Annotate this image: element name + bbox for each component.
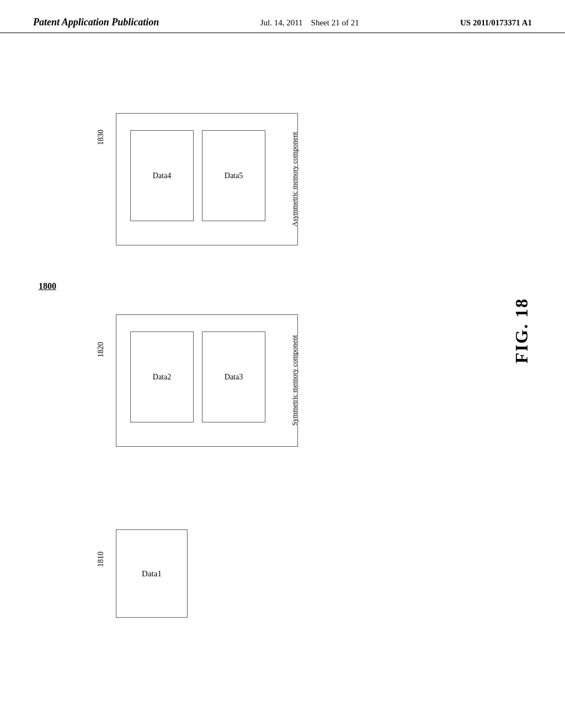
symmetric-component-label: Symmetric memory component (286, 315, 303, 446)
patent-number: US 2011/0173371 A1 (460, 18, 532, 28)
symmetric-memory-box: Data2 Data3 Symmetric memory component (116, 314, 298, 447)
data4-label: Data4 (153, 172, 171, 180)
main-content: FIG. 18 1800 1830 Data4 Data5 Asymmetric… (0, 33, 565, 722)
data3-label: Data3 (225, 373, 243, 382)
data3-box: Data3 (202, 331, 265, 422)
data5-box: Data5 (202, 130, 265, 221)
data5-label: Data5 (225, 172, 243, 180)
page-header: Patent Application Publication Jul. 14, … (0, 0, 565, 33)
label-1820: 1820 (97, 342, 105, 357)
label-1800: 1800 (39, 281, 56, 291)
publication-title: Patent Application Publication (33, 17, 159, 28)
publication-date: Jul. 14, 2011 (260, 18, 303, 27)
sheet-info: Sheet 21 of 21 (311, 18, 359, 27)
data2-box: Data2 (130, 331, 194, 422)
asymmetric-memory-box: Data4 Data5 Asymmetric memory component (116, 113, 298, 245)
data2-label: Data2 (153, 373, 171, 382)
label-1810: 1810 (97, 552, 105, 567)
data1-label: Data1 (142, 569, 162, 579)
label-1830: 1830 (97, 130, 105, 145)
asymmetric-component-label: Asymmetric memory component (286, 114, 303, 245)
data4-box: Data4 (130, 130, 194, 221)
publication-date-sheet: Jul. 14, 2011 Sheet 21 of 21 (260, 18, 359, 28)
data1-box: Data1 (116, 529, 188, 618)
figure-label: FIG. 18 (511, 298, 532, 363)
